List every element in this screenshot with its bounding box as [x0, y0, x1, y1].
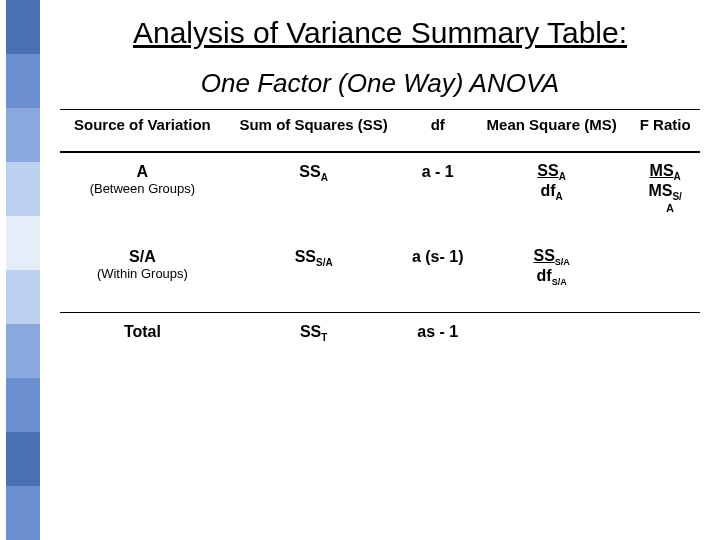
- deco-block: [6, 486, 40, 540]
- deco-block: [6, 216, 40, 270]
- cell-source: Total: [60, 312, 225, 367]
- col-df: df: [402, 110, 472, 153]
- cell-source: A (Between Groups): [60, 152, 225, 238]
- deco-block: [6, 108, 40, 162]
- table-row-sa: S/A (Within Groups) SSS/A a (s- 1) SSS/A…: [60, 238, 700, 312]
- col-source: Source of Variation: [60, 110, 225, 153]
- col-ss: Sum of Squares (SS): [225, 110, 403, 153]
- cell-source: S/A (Within Groups): [60, 238, 225, 312]
- cell-df: a (s- 1): [402, 238, 472, 312]
- cell-ss: SSA: [225, 152, 403, 238]
- table-header-row: Source of Variation Sum of Squares (SS) …: [60, 110, 700, 153]
- cell-ss: SST: [225, 312, 403, 367]
- cell-df: a - 1: [402, 152, 472, 238]
- deco-block: [6, 162, 40, 216]
- content-area: Analysis of Variance Summary Table: One …: [60, 10, 700, 367]
- cell-f: MSA MSS/ A: [630, 152, 700, 238]
- cell-ms: SSS/A dfS/A: [473, 238, 630, 312]
- slide-title: Analysis of Variance Summary Table:: [60, 16, 700, 50]
- cell-f: [630, 312, 700, 367]
- slide: Analysis of Variance Summary Table: One …: [0, 0, 720, 540]
- deco-block: [6, 0, 40, 54]
- cell-ms: [473, 312, 630, 367]
- deco-block: [6, 378, 40, 432]
- cell-ms: SSA dfA: [473, 152, 630, 238]
- deco-block: [6, 270, 40, 324]
- col-f: F Ratio: [630, 110, 700, 153]
- deco-block: [6, 54, 40, 108]
- cell-f: [630, 238, 700, 312]
- cell-df: as - 1: [402, 312, 472, 367]
- table-row-total: Total SST as - 1: [60, 312, 700, 367]
- deco-block: [6, 432, 40, 486]
- table-row-a: A (Between Groups) SSA a - 1 SSA dfA: [60, 152, 700, 238]
- col-ms: Mean Square (MS): [473, 110, 630, 153]
- cell-ss: SSS/A: [225, 238, 403, 312]
- slide-subtitle: One Factor (One Way) ANOVA: [60, 68, 700, 99]
- anova-table: Source of Variation Sum of Squares (SS) …: [60, 109, 700, 367]
- deco-block: [6, 324, 40, 378]
- decorative-sidebar: [0, 0, 44, 540]
